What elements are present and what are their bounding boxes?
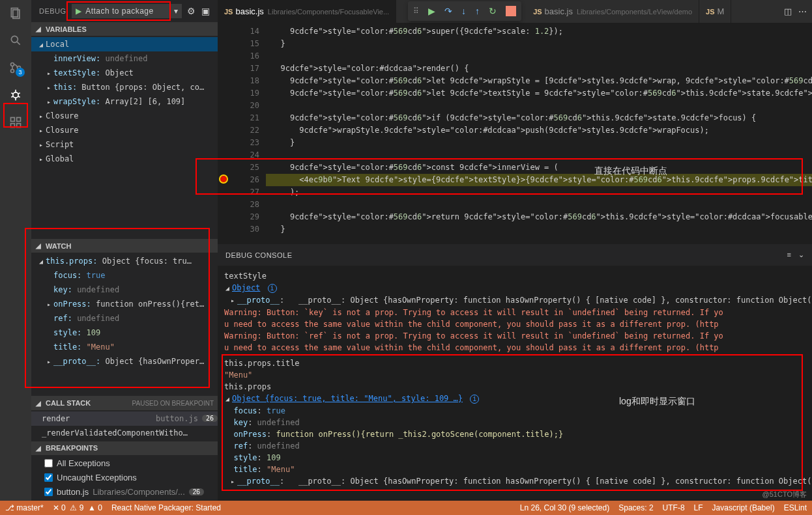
console-warning: u need to access the same value within t… (224, 342, 805, 354)
code-line[interactable]: ); (266, 186, 812, 199)
scope-closure2[interactable]: ▸Closure (31, 123, 218, 137)
info-icon[interactable]: i (268, 284, 277, 293)
scm-icon[interactable]: 3 (8, 60, 23, 76)
code-line[interactable]: 9cdcfe">style="color:#569cd6">let 9cdcfe… (266, 87, 812, 100)
scope-closure1[interactable]: ▸Closure (31, 109, 218, 123)
clear-console-icon[interactable]: ≡ (787, 251, 792, 259)
var-this[interactable]: ▸this: Button {props: Object, co… (31, 80, 218, 94)
code-line[interactable] (266, 199, 812, 211)
code-editor[interactable]: 1415161718192021222324252627282930 9cdcf… (218, 23, 812, 244)
section-watch[interactable]: ◢WATCH (31, 239, 218, 253)
debug-sidebar: DEBUG ▶ Attach to package ▾ ⚙ ▣ ◢VARIABL… (31, 0, 218, 501)
stop-button[interactable] (506, 6, 516, 16)
console-line: ▸__proto__: __proto__: Object {hasOwnPro… (224, 294, 805, 307)
bp-file-checkbox[interactable] (44, 488, 53, 496)
console-line: this.props (224, 381, 805, 393)
status-problems[interactable]: ✕ 0 ⚠ 9 ▲ 0 (53, 503, 102, 512)
svg-point-4 (11, 63, 14, 66)
status-eol[interactable]: LF (694, 503, 703, 512)
watch-onPress[interactable]: ▸onPress: function onPress(){ret… (31, 297, 218, 311)
console-line: ◢Object {focus: true, title: "Menu", sty… (224, 393, 805, 405)
console-warning: Warning: Button: `ref` is not a prop. Tr… (224, 330, 805, 342)
code-line[interactable]: 9cdcfe">style="color:#569cd6">const 9cdc… (266, 161, 812, 174)
tab-2[interactable]: JSM (699, 0, 731, 23)
debug-console-title[interactable]: DEBUG CONSOLE ≡ ⌄ (218, 244, 812, 266)
svg-point-2 (11, 36, 18, 42)
debug-toolbar[interactable]: ⠿ ▶ ↷ ↓ ↑ ↻ (408, 1, 521, 21)
code-line[interactable] (266, 50, 812, 63)
code-line[interactable]: } (266, 38, 812, 50)
tab-0[interactable]: JSbasic.jsLibraries/Components/Focusable… (218, 0, 396, 23)
code-line[interactable]: } (266, 223, 812, 236)
bp-all-exceptions[interactable]: All Exceptions (31, 456, 218, 471)
status-cursor[interactable]: Ln 26, Col 30 (9 selected) (520, 503, 609, 512)
status-encoding[interactable]: UTF-8 (663, 503, 685, 512)
tab-1[interactable]: JSbasic.jsLibraries/Components/LeView/de… (527, 0, 699, 23)
code-line[interactable] (266, 149, 812, 161)
debug-icon[interactable] (8, 87, 23, 103)
status-linter[interactable]: ESLint (784, 503, 807, 512)
watch-focus[interactable]: focus: true (31, 268, 218, 283)
code-line[interactable]: 9cdcfe">wrapStyle.9cdcfe">style="color:#… (266, 124, 812, 137)
watch-root[interactable]: ◢this.props: Object {focus: tru… (31, 254, 218, 268)
bp-uncaught-checkbox[interactable] (44, 473, 53, 482)
drag-grip-icon[interactable]: ⠿ (413, 7, 419, 16)
collapse-console-icon[interactable]: ⌄ (798, 251, 805, 259)
stack-frame-1[interactable]: _renderValidatedComponentWitho… (31, 426, 218, 440)
explorer-icon[interactable] (8, 5, 23, 21)
code-line[interactable]: 9cdcfe">style="color:#dcdcaa">render() { (266, 63, 812, 75)
console-warning: u need to access the same value within t… (224, 318, 805, 330)
continue-button[interactable]: ▶ (428, 6, 435, 16)
section-breakpoints[interactable]: ◢BREAKPOINTS (31, 441, 218, 455)
more-icon[interactable]: ⋯ (798, 7, 807, 16)
scope-global[interactable]: ▸Global (31, 152, 218, 166)
watch-ref[interactable]: ref: undefined (31, 311, 218, 326)
status-spaces[interactable]: Spaces: 2 (618, 503, 653, 512)
watch-title[interactable]: title: "Menu" (31, 340, 218, 354)
step-over-button[interactable]: ↷ (444, 6, 452, 16)
watch-proto[interactable]: ▸__proto__: Object {hasOwnProper… (31, 354, 218, 369)
code-line[interactable] (266, 100, 812, 112)
var-innerView[interactable]: innerView: undefined (31, 51, 218, 66)
gear-icon[interactable]: ⚙ (187, 6, 196, 16)
console-warning: Warning: Button: `key` is not a prop. Tr… (224, 307, 805, 318)
step-out-button[interactable]: ↑ (475, 6, 480, 16)
console-line: ▸__proto__: __proto__: Object {hasOwnPro… (224, 475, 805, 488)
callstack-body: render button.js 26 _renderValidatedComp… (31, 410, 218, 441)
code-line[interactable]: } (266, 137, 812, 149)
status-branch[interactable]: ⎇ master* (5, 503, 44, 512)
step-into-button[interactable]: ↓ (461, 6, 466, 16)
restart-button[interactable]: ↻ (489, 6, 497, 16)
bp-all-checkbox[interactable] (44, 459, 53, 467)
scope-script[interactable]: ▸Script (31, 137, 218, 152)
extensions-icon[interactable] (8, 115, 23, 130)
debug-console[interactable]: textStyle ◢Object i ▸__proto__: __proto_… (218, 266, 812, 501)
bp-uncaught-exceptions[interactable]: Uncaught Exceptions (31, 471, 218, 485)
debug-label: DEBUG (39, 7, 66, 15)
console-icon[interactable]: ▣ (201, 6, 210, 16)
status-language[interactable]: Javascript (Babel) (712, 503, 775, 512)
watch-style[interactable]: style: 109 (31, 326, 218, 340)
code-line[interactable]: 9cdcfe">style="color:#569cd6">let 9cdcfe… (266, 75, 812, 87)
code-line[interactable]: 9cdcfe">style="color:#569cd6">return 9cd… (266, 211, 812, 223)
info-icon[interactable]: i (470, 395, 479, 404)
bp-file[interactable]: button.jsLibraries/Components/...26 (31, 485, 218, 499)
activity-bar: 3 (0, 0, 31, 501)
status-message[interactable]: React Native Packager: Started (111, 503, 221, 512)
svg-rect-14 (11, 118, 15, 122)
watch-key[interactable]: key: undefined (31, 283, 218, 297)
section-callstack[interactable]: ◢CALL STACKPAUSED ON BREAKPOINT (31, 396, 218, 410)
var-wrapStyle[interactable]: ▸wrapStyle: Array[2] [6, 109] (31, 94, 218, 109)
split-editor-icon[interactable]: ◫ (784, 7, 792, 16)
debug-config-select[interactable]: ▶ Attach to package ▾ (72, 4, 182, 18)
code-line[interactable]: 9cdcfe">style="color:#569cd6">super({9cd… (266, 25, 812, 38)
scope-local[interactable]: ◢Local (31, 37, 218, 51)
search-icon[interactable] (8, 33, 23, 48)
variables-body: ◢Local innerView: undefined ▸textStyle: … (31, 36, 218, 167)
stack-frame-0[interactable]: render button.js 26 (31, 411, 218, 426)
var-textStyle[interactable]: ▸textStyle: Object (31, 66, 218, 80)
code-line[interactable]: <4ec9b0">Text 9cdcfe">style={9cdcfe">tex… (266, 174, 812, 186)
console-line: "Menu" (224, 369, 805, 381)
section-variables[interactable]: ◢VARIABLES (31, 22, 218, 36)
code-line[interactable]: 9cdcfe">style="color:#569cd6">if (9cdcfe… (266, 112, 812, 124)
